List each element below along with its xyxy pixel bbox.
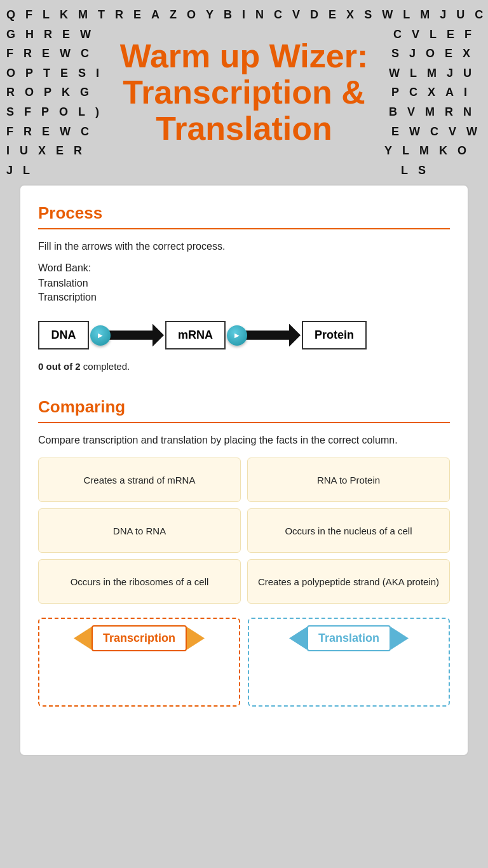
process-instructions: Fill in the arrows with the correct proc…: [38, 241, 450, 252]
process-diagram: DNA ▶ mRNA ▶ Protein: [38, 321, 450, 349]
transcription-column[interactable]: Transcription: [38, 618, 240, 707]
word-bank-item-2: Transcription: [38, 292, 450, 303]
fact-card-6[interactable]: Creates a polypeptide strand (AKA protei…: [247, 559, 450, 604]
letter-row-1: QFLKMTREAZOYBINCVDEXSWLMJUCVLPIUNFDQXUJI…: [6, 5, 482, 25]
translation-arrow-button[interactable]: ▶: [227, 325, 247, 346]
comparing-instructions: Compare transcription and translation by…: [38, 435, 450, 446]
fact-card-1[interactable]: Creates a strand of mRNA: [38, 458, 241, 502]
arrow-group-2: ▶: [227, 324, 301, 347]
process-title: Process: [38, 203, 450, 223]
facts-grid: Creates a strand of mRNA RNA to Protein …: [38, 458, 450, 604]
fact-card-4[interactable]: Occurs in the nucleus of a cell: [247, 508, 450, 553]
page-title-container: Warm up Wizer: Transcription & Translati…: [76, 38, 412, 147]
page-title: Warm up Wizer: Transcription & Translati…: [76, 38, 412, 147]
arrow-group-1: ▶: [90, 324, 164, 347]
transcription-ribbon-left: [74, 627, 92, 650]
fact-card-5[interactable]: Occurs in the ribosomes of a cell: [38, 559, 241, 604]
arrow-shape-1: [107, 324, 164, 347]
comparing-title: Comparing: [38, 397, 450, 417]
transcription-ribbon: Transcription: [74, 625, 205, 651]
word-bank-label: Word Bank:: [38, 262, 450, 274]
dna-box: DNA: [38, 321, 89, 349]
comparing-section: Comparing Compare transcription and tran…: [38, 397, 450, 604]
translation-ribbon-left: [289, 627, 307, 650]
mrna-box: mRNA: [165, 321, 226, 349]
arrow-shape-2: [243, 324, 301, 347]
comparing-divider: [38, 422, 450, 423]
translation-ribbon-right: [391, 627, 409, 650]
completion-status: 0 out of 2 completed.: [38, 361, 450, 372]
translation-header: Translation: [255, 625, 442, 651]
transcription-label: Transcription: [92, 625, 187, 651]
transcription-header: Transcription: [46, 625, 233, 651]
transcription-ribbon-right: [187, 627, 205, 650]
transcription-arrow-button[interactable]: ▶: [90, 325, 111, 346]
translation-column[interactable]: Translation: [248, 618, 450, 707]
process-divider: [38, 228, 450, 229]
fact-card-2[interactable]: RNA to Protein: [247, 458, 450, 502]
letter-row-9: JL LS: [6, 161, 482, 180]
process-section: Process Fill in the arrows with the corr…: [38, 203, 450, 372]
sorting-columns: Transcription Translation: [38, 618, 450, 707]
translation-ribbon: Translation: [289, 625, 409, 651]
protein-box: Protein: [302, 321, 367, 349]
translation-label: Translation: [307, 625, 391, 651]
fact-card-3[interactable]: DNA to RNA: [38, 508, 241, 553]
word-bank-item-1: Translation: [38, 278, 450, 289]
content-card: Process Fill in the arrows with the corr…: [19, 184, 469, 756]
